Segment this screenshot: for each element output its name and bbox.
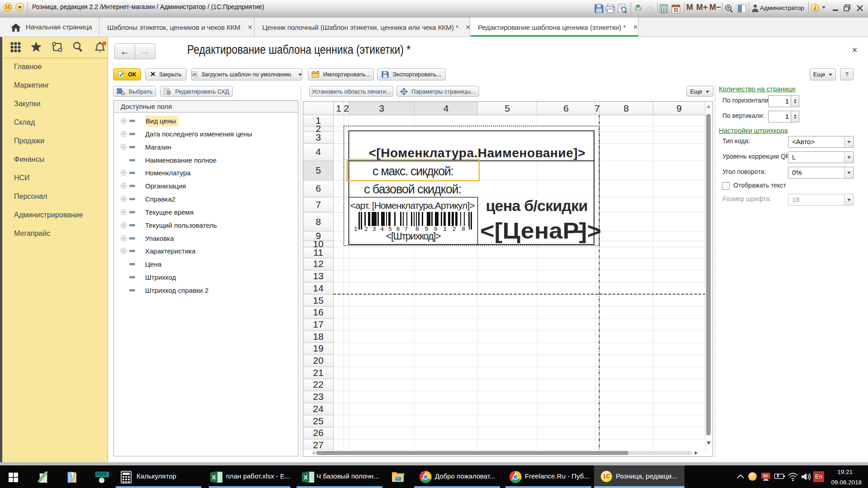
svg-text:12: 12 [313,258,323,269]
svg-text:5: 5 [505,103,510,113]
svg-text:6: 6 [316,183,321,193]
svg-text:8: 8 [623,103,629,113]
svg-text:21: 21 [313,367,323,378]
svg-text:4: 4 [316,146,321,157]
svg-text:27: 27 [313,440,323,450]
svg-text:5: 5 [316,165,321,175]
svg-text:13: 13 [313,271,323,281]
svg-text:6: 6 [563,103,569,113]
svg-text:7: 7 [594,103,600,113]
svg-text:9: 9 [676,103,682,113]
svg-text:24: 24 [313,404,324,414]
svg-text:X: X [304,474,308,481]
svg-text:SC: SC [763,474,769,478]
svg-text:с базовой скидкой:: с базовой скидкой: [364,183,462,196]
svg-text:цена б/скидки: цена б/скидки [486,197,588,214]
svg-text:7: 7 [316,199,321,210]
svg-text:25: 25 [313,416,323,426]
svg-text:<арт. [Номенклатура.Артикул]>: <арт. [Номенклатура.Артикул]> [350,200,475,211]
svg-text:23: 23 [313,391,323,402]
svg-text:<[Номенклатура.Наименование]>: <[Номенклатура.Наименование]> [369,146,585,160]
svg-text:3: 3 [316,132,321,142]
svg-text:1: 1 [354,226,358,233]
svg-text:X: X [212,474,216,481]
svg-text:14: 14 [313,283,324,293]
svg-text:31: 31 [673,8,679,13]
svg-text:22: 22 [313,379,323,389]
svg-text:11: 11 [313,247,323,258]
svg-text:18: 18 [313,331,323,342]
svg-text:8: 8 [316,216,321,227]
svg-text:19: 19 [313,343,323,353]
svg-text:16: 16 [313,307,323,317]
svg-text:4: 4 [443,103,449,113]
svg-text:3: 3 [379,103,384,113]
svg-text:26: 26 [313,427,323,438]
svg-text:2: 2 [344,103,349,113]
svg-text:1: 1 [336,103,341,113]
svg-text:20: 20 [313,355,323,366]
svg-text:17: 17 [313,319,323,329]
svg-text:с макс. сикдкой:: с макс. сикдкой: [373,164,454,178]
svg-text:15: 15 [313,295,323,305]
